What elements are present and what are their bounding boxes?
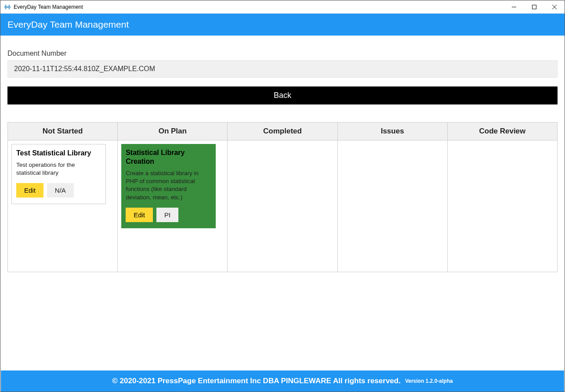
kanban-header-row: Not Started On Plan Completed Issues Cod… <box>8 122 558 140</box>
back-button[interactable]: Back <box>7 86 558 104</box>
column-code-review <box>447 140 557 272</box>
column-on-plan: Statistical Library Creation Create a st… <box>118 140 228 272</box>
svg-rect-1 <box>5 4 7 9</box>
window-controls <box>504 0 565 13</box>
app-header: EveryDay Team Management <box>0 14 565 36</box>
card-description: Test operations for the statistical libr… <box>16 161 101 177</box>
column-header-on-plan: On Plan <box>118 122 228 140</box>
footer-version: Version 1.2.0-alpha <box>405 378 453 384</box>
edit-button[interactable]: Edit <box>126 208 153 222</box>
kanban-board: Not Started On Plan Completed Issues Cod… <box>7 122 558 272</box>
svg-rect-4 <box>532 5 536 9</box>
secondary-button[interactable]: N/A <box>47 183 74 198</box>
card-actions: Edit N/A <box>16 183 101 198</box>
card-title: Test Statistical Library <box>16 149 101 158</box>
column-completed <box>228 140 337 272</box>
titlebar-left: EveryDay Team Management <box>4 4 83 11</box>
window-title: EveryDay Team Management <box>14 4 83 10</box>
column-not-started: Test Statistical Library Test operations… <box>8 140 118 272</box>
main-content: Document Number 2020-11-11T12:55:44.810Z… <box>0 36 565 122</box>
column-header-issues: Issues <box>337 122 447 140</box>
close-button[interactable] <box>544 0 565 14</box>
footer-copyright: © 2020-2021 PressPage Entertainment Inc … <box>112 377 401 385</box>
document-number-label: Document Number <box>7 50 558 58</box>
task-card[interactable]: Test Statistical Library Test operations… <box>11 144 106 204</box>
column-header-code-review: Code Review <box>447 122 557 140</box>
card-title: Statistical Library Creation <box>126 148 211 166</box>
maximize-button[interactable] <box>524 0 544 14</box>
kanban-body-row: Test Statistical Library Test operations… <box>8 140 558 272</box>
secondary-button[interactable]: PI <box>156 208 178 222</box>
column-header-completed: Completed <box>228 122 337 140</box>
window-titlebar: EveryDay Team Management <box>0 0 565 14</box>
svg-rect-2 <box>9 4 10 9</box>
app-footer: © 2020-2021 PressPage Entertainment Inc … <box>1 370 564 392</box>
app-icon <box>4 4 11 11</box>
task-card[interactable]: Statistical Library Creation Create a st… <box>121 144 216 228</box>
card-description: Create a statistical library in PHP of c… <box>126 169 211 201</box>
column-header-not-started: Not Started <box>8 122 118 140</box>
document-number-value: 2020-11-11T12:55:44.810Z_EXAMPLE.COM <box>7 60 558 78</box>
card-actions: Edit PI <box>126 208 211 222</box>
edit-button[interactable]: Edit <box>16 183 43 198</box>
app-title: EveryDay Team Management <box>7 19 129 30</box>
minimize-button[interactable] <box>504 0 524 14</box>
kanban-board-wrapper: Not Started On Plan Completed Issues Cod… <box>0 122 565 272</box>
column-issues <box>337 140 447 272</box>
